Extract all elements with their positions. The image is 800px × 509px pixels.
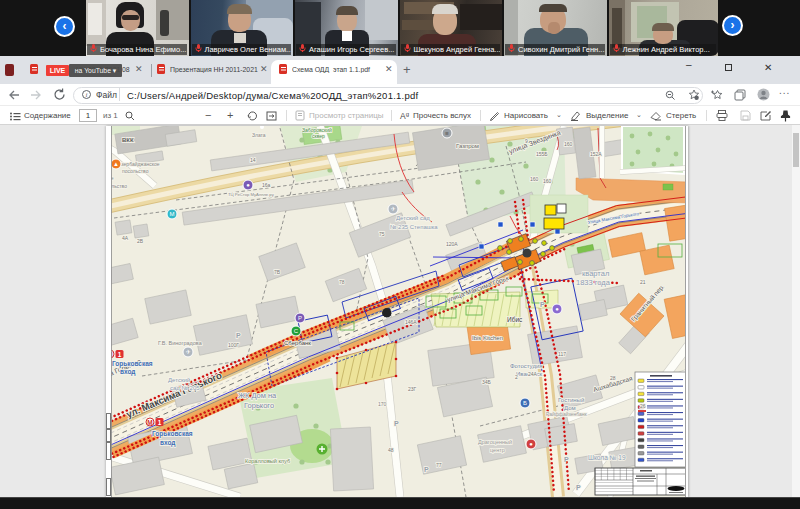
svg-text:160: 160 bbox=[543, 178, 552, 184]
svg-text:●: ● bbox=[555, 306, 559, 312]
svg-text:ТЦ РеСтор МуАппле.ру: ТЦ РеСтор МуАппле.ру bbox=[228, 192, 275, 197]
svg-text:вход: вход bbox=[160, 439, 175, 447]
svg-text:2: 2 bbox=[515, 374, 518, 380]
svg-text:28: 28 bbox=[610, 375, 616, 381]
svg-text:✈: ✈ bbox=[390, 206, 395, 212]
svg-text:■: ■ bbox=[445, 130, 449, 136]
svg-text:P: P bbox=[540, 301, 545, 308]
svg-text:2В: 2В bbox=[137, 238, 144, 244]
svg-text:9: 9 bbox=[525, 138, 528, 144]
svg-text:P: P bbox=[424, 466, 429, 473]
svg-text:34Б: 34Б bbox=[482, 379, 492, 385]
svg-text:М: М bbox=[170, 211, 175, 217]
svg-text:14: 14 bbox=[250, 157, 256, 163]
svg-text:P: P bbox=[576, 484, 581, 491]
svg-text:23Г: 23Г bbox=[408, 386, 417, 392]
svg-text:75: 75 bbox=[379, 231, 385, 237]
svg-text:Ибис: Ибис bbox=[507, 316, 523, 323]
svg-text:1: 1 bbox=[158, 419, 162, 426]
svg-text:центр: центр bbox=[490, 447, 505, 453]
svg-text:1833 года: 1833 года bbox=[576, 278, 611, 287]
svg-text:Райффайзенбанк: Райффайзенбанк bbox=[546, 411, 588, 417]
svg-text:1: 1 bbox=[118, 351, 122, 358]
svg-text:48: 48 bbox=[388, 447, 394, 453]
svg-text:№ 235 Степашка: № 235 Степашка bbox=[390, 224, 438, 230]
svg-text:120А: 120А bbox=[446, 241, 458, 247]
svg-text:26: 26 bbox=[640, 403, 646, 409]
svg-text:Злата: Злата bbox=[252, 132, 266, 138]
svg-text:P: P bbox=[394, 420, 399, 427]
svg-text:152А: 152А bbox=[590, 151, 602, 157]
svg-text:квартал: квартал bbox=[582, 269, 609, 278]
svg-text:4А: 4А bbox=[122, 235, 129, 241]
svg-text:Азербайджанское: Азербайджанское bbox=[118, 161, 160, 167]
svg-text:Горького: Горького bbox=[244, 401, 274, 410]
svg-text:170: 170 bbox=[378, 401, 387, 407]
svg-text:●: ● bbox=[246, 182, 250, 188]
svg-text:21: 21 bbox=[640, 279, 646, 285]
svg-text:сад № 205: сад № 205 bbox=[170, 385, 200, 391]
svg-text:С: С bbox=[294, 328, 299, 334]
svg-text:160: 160 bbox=[530, 176, 539, 182]
svg-text:117: 117 bbox=[558, 351, 566, 357]
svg-text:Фотостудия: Фотостудия bbox=[510, 363, 543, 369]
svg-text:Горьковская: Горьковская bbox=[152, 430, 193, 438]
svg-text:77: 77 bbox=[436, 462, 442, 468]
svg-text:7В: 7В bbox=[274, 269, 281, 275]
svg-text:ЖК Дом на: ЖК Дом на bbox=[238, 391, 277, 400]
svg-text:16а: 16а bbox=[262, 182, 271, 188]
svg-text:●: ● bbox=[529, 441, 533, 447]
svg-text:P: P bbox=[564, 456, 569, 463]
svg-text:78: 78 bbox=[339, 279, 345, 285]
svg-text:ВКК: ВКК bbox=[122, 137, 134, 143]
svg-text:Б: Б bbox=[523, 400, 527, 406]
svg-text:Сбербанк: Сбербанк bbox=[284, 340, 311, 346]
svg-text:100Г: 100Г bbox=[228, 342, 239, 348]
svg-text:146А: 146А bbox=[405, 319, 417, 325]
svg-text:▲: ▲ bbox=[113, 161, 119, 167]
svg-text:Горьковская: Горьковская bbox=[112, 360, 153, 368]
svg-text:вход: вход bbox=[120, 368, 135, 376]
svg-text:Детский: Детский bbox=[168, 377, 190, 383]
svg-text:✈: ✈ bbox=[185, 349, 190, 355]
svg-text:160: 160 bbox=[564, 141, 573, 147]
svg-text:155Б: 155Б bbox=[536, 151, 548, 157]
svg-text:Г.В. Виноградова: Г.В. Виноградова bbox=[158, 340, 203, 346]
svg-text:М: М bbox=[147, 419, 152, 426]
svg-text:P: P bbox=[298, 315, 302, 321]
svg-text:Детский сад: Детский сад bbox=[396, 215, 430, 221]
svg-text:Драгоценный: Драгоценный bbox=[478, 439, 512, 445]
svg-text:Ibis Kitchen: Ibis Kitchen bbox=[472, 335, 503, 341]
svg-text:P: P bbox=[236, 332, 241, 339]
svg-text:Коралловый клуб: Коралловый клуб bbox=[245, 458, 290, 464]
svg-text:Гостиный: Гостиный bbox=[558, 397, 584, 403]
svg-text:посольство: посольство bbox=[122, 168, 149, 174]
svg-text:Школа № 19: Школа № 19 bbox=[588, 454, 626, 461]
svg-text:сквер: сквер bbox=[312, 133, 325, 139]
svg-text:Газпром: Газпром bbox=[456, 143, 479, 149]
svg-text:24А: 24А bbox=[528, 371, 538, 377]
